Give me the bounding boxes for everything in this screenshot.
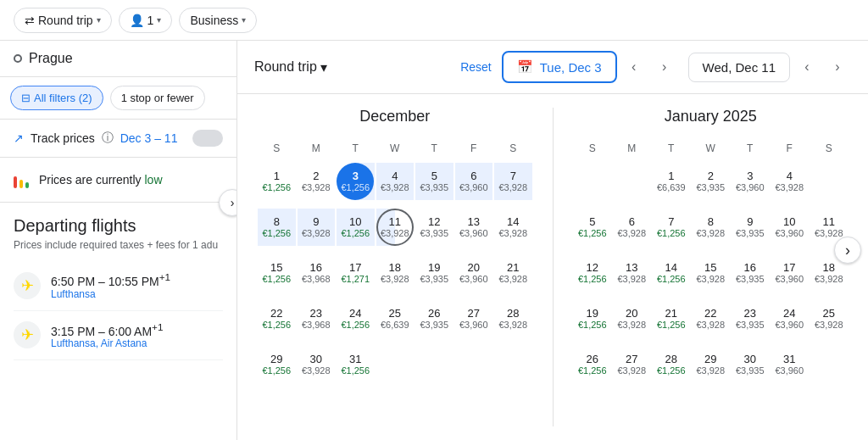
jan-21-inner[interactable]: 21€1,256 (653, 300, 690, 337)
dec-10-inner[interactable]: 10 €1,256 (337, 209, 374, 246)
jan-29-inner[interactable]: 29€3,928 (692, 346, 729, 383)
dec-11-inner[interactable]: 11 €3,928 (376, 209, 414, 246)
dec-12-inner[interactable]: 12 €3,935 (415, 209, 453, 246)
dec-8-inner[interactable]: 8 €1,256 (258, 209, 295, 246)
dec-3-inner[interactable]: 3 €1,256 (337, 163, 374, 200)
jan-2-inner[interactable]: 2€3,935 (692, 163, 729, 200)
dec-16-cell: 16€3,968 (298, 251, 336, 295)
departing-prev-btn[interactable]: ‹ (620, 53, 648, 81)
dec-17-inner[interactable]: 17€1,271 (337, 254, 374, 292)
jan-24-inner[interactable]: 24€3,960 (771, 300, 808, 337)
jan-26-inner[interactable]: 26€1,256 (574, 346, 611, 383)
returning-prev-btn[interactable]: ‹ (793, 53, 821, 81)
jan-30-cell: 30€3,935 (732, 343, 770, 387)
dec-4-inner[interactable]: 4 €3,928 (376, 163, 414, 200)
dec-2-inner[interactable]: 2 €3,928 (298, 163, 335, 200)
jan-3-inner[interactable]: 3€3,960 (732, 163, 769, 200)
jan-4-inner[interactable]: 4€3,928 (771, 163, 808, 200)
departing-next-btn[interactable]: › (651, 53, 678, 81)
dow-t1: T (337, 139, 375, 158)
jan-12-inner[interactable]: 12€1,256 (574, 254, 611, 292)
trip-type-chevron: ▾ (97, 15, 101, 25)
dec-28-inner[interactable]: 28€3,928 (494, 300, 531, 337)
jan-27-inner[interactable]: 27€3,928 (613, 346, 650, 383)
jan-15-inner[interactable]: 15€3,928 (692, 254, 729, 292)
airline-logo-1: ✈ (14, 272, 41, 299)
dec-25-inner[interactable]: 25€6,639 (376, 300, 414, 337)
dec-10-cell: 10 €1,256 (337, 205, 375, 249)
dec-24-inner[interactable]: 24€1,256 (337, 300, 374, 337)
jan-22-inner[interactable]: 22€3,928 (692, 300, 729, 337)
dec-20-inner[interactable]: 20€3,960 (455, 254, 492, 292)
flight-item-2[interactable]: ✈ 3:15 PM – 6:00 AM+1 Lufthansa, Air Ast… (14, 311, 223, 361)
stops-filter-button[interactable]: 1 stop or fewer (110, 86, 205, 110)
jan-28-inner[interactable]: 28€1,256 (653, 346, 690, 383)
dec-18-inner[interactable]: 18€3,928 (376, 254, 414, 292)
jan-7-inner[interactable]: 7€1,256 (653, 209, 690, 246)
dec-27-inner[interactable]: 27€3,960 (455, 300, 492, 337)
returning-date-box[interactable]: Wed, Dec 11 (688, 53, 790, 82)
cabin-class-button[interactable]: Business ▾ (179, 8, 257, 33)
dec-23-inner[interactable]: 23€3,968 (298, 300, 335, 337)
jan-5-inner[interactable]: 5€1,256 (574, 209, 611, 246)
jan-empty-1 (574, 159, 612, 203)
trip-type-button[interactable]: ⇄ Round trip ▾ (14, 8, 112, 33)
jan-9-inner[interactable]: 9€3,935 (732, 209, 769, 246)
returning-next-btn[interactable]: › (824, 53, 851, 81)
jan-5-cell: 5€1,256 (574, 205, 612, 249)
jan-27-cell: 27€3,928 (613, 343, 651, 387)
calendar-right-arrow[interactable]: › (834, 237, 861, 264)
dec-2-cell: 2 €3,928 (298, 159, 336, 203)
all-filters-label: All filters (2) (34, 92, 92, 104)
dec-16-inner[interactable]: 16€3,968 (298, 254, 335, 292)
jan-25-inner[interactable]: 25€3,928 (810, 300, 848, 337)
dec-30-inner[interactable]: 30€3,928 (298, 346, 335, 383)
dec-26-inner[interactable]: 26€3,935 (415, 300, 453, 337)
dec-9-cell: 9 €3,928 (298, 205, 336, 249)
dec-22-inner[interactable]: 22€1,256 (258, 300, 295, 337)
dec-13-inner[interactable]: 13 €3,960 (455, 209, 492, 246)
dec-19-inner[interactable]: 19€3,935 (415, 254, 453, 292)
track-prices-toggle[interactable] (192, 130, 223, 147)
jan-8-inner[interactable]: 8€3,928 (692, 209, 729, 246)
jan-23-inner[interactable]: 23€3,935 (732, 300, 769, 337)
dec-21-inner[interactable]: 21€3,928 (494, 254, 531, 292)
jan-14-inner[interactable]: 14€1,256 (653, 254, 690, 292)
track-date: Dec 3 – 11 (120, 131, 178, 145)
bar-red (14, 176, 17, 188)
round-trip-select[interactable]: Round trip ▾ (254, 59, 327, 75)
bar-yellow (19, 180, 23, 188)
dec-1-inner[interactable]: 1 €1,256 (258, 163, 295, 200)
reset-button[interactable]: Reset (460, 60, 492, 74)
departing-date-box[interactable]: 📅 Tue, Dec 3 (502, 51, 617, 83)
jan-17-inner[interactable]: 17€3,960 (771, 254, 808, 292)
jan-31-inner[interactable]: 31€3,960 (771, 346, 808, 383)
cabin-class-label: Business (190, 14, 238, 27)
dec-19-cell: 19€3,935 (415, 251, 453, 295)
dec-29-inner[interactable]: 29€1,256 (258, 346, 295, 383)
jan-dow-w1: W (692, 139, 730, 158)
jan-16-inner[interactable]: 16€3,935 (732, 254, 769, 292)
jan-20-inner[interactable]: 20€3,928 (613, 300, 650, 337)
trending-icon: ↗ (14, 131, 24, 145)
dec-15-inner[interactable]: 15€1,256 (258, 254, 295, 292)
jan-6-inner[interactable]: 6€3,928 (613, 209, 650, 246)
dec-5-inner[interactable]: 5 €3,935 (415, 163, 453, 200)
dec-31-inner[interactable]: 31€1,256 (337, 346, 374, 383)
jan-19-inner[interactable]: 19€1,256 (574, 300, 611, 337)
airline-name-2: Lufthansa, Air Astana (51, 337, 163, 349)
jan-13-inner[interactable]: 13€3,928 (613, 254, 650, 292)
passengers-button[interactable]: 👤 1 ▾ (119, 8, 173, 33)
dec-14-inner[interactable]: 14 €3,928 (494, 209, 531, 246)
dec-7-inner[interactable]: 7 €3,928 (494, 163, 531, 200)
jan-30-inner[interactable]: 30€3,935 (732, 346, 769, 383)
dec-9-inner[interactable]: 9 €3,928 (298, 209, 335, 246)
jan-10-inner[interactable]: 10€3,960 (771, 209, 808, 246)
jan-dow-m1: M (613, 139, 651, 158)
returning-date-label: Wed, Dec 11 (703, 60, 776, 75)
flight-item-1[interactable]: ✈ 6:50 PM – 10:55 PM+1 Lufthansa (14, 261, 223, 311)
all-filters-button[interactable]: ⊟ All filters (2) (10, 86, 103, 110)
jan-1-inner[interactable]: 1€6,639 (653, 163, 690, 200)
calendar-body: December S M T W T F S 1 €1,256 (237, 94, 868, 440)
dec-6-inner[interactable]: 6 €3,960 (455, 163, 492, 200)
